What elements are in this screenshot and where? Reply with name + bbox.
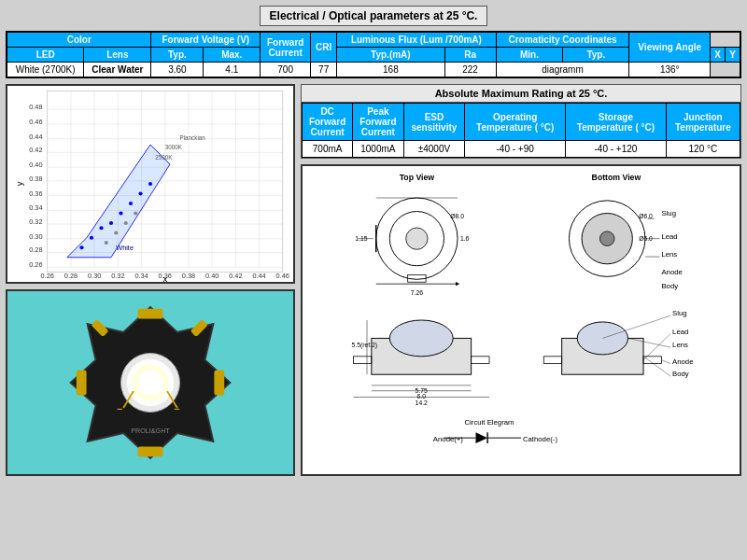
svg-text:−: −	[117, 403, 122, 414]
svg-text:PROLI&GHT: PROLI&GHT	[131, 427, 170, 435]
svg-text:0.48: 0.48	[29, 103, 42, 111]
svg-text:Lead: Lead	[661, 232, 677, 241]
sub-vmax: Max.	[204, 48, 261, 63]
svg-text:1.6: 1.6	[460, 235, 470, 242]
cell-cri: 77	[311, 63, 337, 78]
led-star-svg: − − PROLI&GHT	[66, 299, 234, 467]
col-voltage: Forward Voltage (V)	[151, 32, 261, 48]
val-dc-forward: 700mA	[303, 141, 353, 158]
th-operating: OperatingTemperature ( °C)	[465, 104, 566, 141]
chart-area: 0.26 0.28 0.30 0.32 0.34 0.36 0.38 0.40 …	[6, 84, 295, 284]
svg-point-87	[406, 228, 428, 249]
cell-led: White (2700K)	[7, 63, 84, 78]
svg-rect-70	[214, 371, 224, 396]
svg-text:White: White	[116, 244, 134, 252]
led-image-area: − − PROLI&GHT	[6, 289, 295, 476]
left-panel: 0.26 0.28 0.30 0.32 0.34 0.36 0.38 0.40 …	[6, 84, 295, 476]
col-current: ForwardCurrent	[261, 32, 311, 63]
svg-point-54	[138, 191, 142, 195]
cell-vmax: 4.1	[204, 63, 261, 78]
main-container: Electrical / Optical parameters at 25 °C…	[0, 0, 747, 560]
svg-text:0.28: 0.28	[29, 246, 42, 255]
diagram-area: Top View Bottom View	[301, 164, 741, 476]
sub-fmin: Min.	[496, 48, 563, 63]
svg-text:5.5(ref.2): 5.5(ref.2)	[352, 342, 378, 349]
svg-text:1.15: 1.15	[355, 235, 367, 242]
cell-diagramm: diagramm	[496, 63, 629, 78]
th-dc-forward: DCForwardCurrent	[303, 104, 353, 141]
svg-text:0.46: 0.46	[29, 118, 42, 126]
svg-point-48	[79, 245, 83, 249]
svg-text:0.34: 0.34	[134, 272, 148, 280]
svg-text:0.40: 0.40	[205, 272, 218, 280]
th-peak-forward: PeakForwardCurrent	[353, 104, 403, 141]
svg-text:0.44: 0.44	[29, 133, 42, 141]
abs-max-box: Absolute Maximum Rating at 25 °C. DCForw…	[301, 84, 741, 159]
svg-text:Circuit Elegram: Circuit Elegram	[465, 418, 514, 427]
svg-text:x: x	[162, 273, 167, 282]
svg-text:2500K: 2500K	[155, 154, 173, 161]
sub-vtyp: Typ.	[151, 48, 204, 63]
svg-text:Body: Body	[661, 282, 678, 290]
svg-point-50	[99, 226, 103, 230]
svg-text:Slug: Slug	[661, 209, 676, 217]
sub-ra: Ra	[444, 48, 496, 63]
svg-point-52	[119, 211, 122, 215]
val-junction-temp: 120 °C	[666, 141, 740, 158]
cell-lens: Clear Water	[84, 63, 151, 78]
svg-text:Top View: Top View	[400, 173, 435, 182]
svg-text:0.42: 0.42	[29, 146, 42, 154]
abs-max-title: Absolute Maximum Rating at 25 °C.	[302, 85, 740, 103]
svg-text:Ø5.0: Ø5.0	[639, 235, 653, 242]
svg-rect-67	[138, 309, 163, 319]
sub-led: LED	[7, 48, 84, 63]
svg-text:0.30: 0.30	[88, 272, 101, 280]
svg-text:0.32: 0.32	[111, 272, 124, 280]
svg-text:Slug: Slug	[672, 309, 687, 317]
svg-point-99	[599, 231, 614, 246]
th-storage: StorageTemperature ( °C)	[566, 104, 667, 141]
svg-text:Body: Body	[672, 370, 689, 378]
params-table: Color Forward Voltage (V) ForwardCurrent…	[6, 31, 741, 78]
svg-text:−: −	[174, 403, 179, 414]
sub-lens: Lens	[84, 48, 151, 63]
svg-text:0.46: 0.46	[276, 272, 289, 280]
right-panel: Absolute Maximum Rating at 25 °C. DCForw…	[301, 84, 741, 476]
svg-point-58	[124, 221, 128, 225]
val-peak-forward: 1000mA	[353, 141, 403, 158]
svg-text:0.26: 0.26	[29, 260, 42, 269]
svg-text:0.40: 0.40	[29, 161, 42, 169]
cell-ftyp: 222	[444, 63, 496, 78]
svg-text:Ø8.0: Ø8.0	[450, 213, 464, 219]
svg-text:0.30: 0.30	[29, 232, 42, 241]
sub-cur: Typ.(mA)	[337, 48, 444, 63]
svg-point-57	[114, 231, 118, 234]
val-operating-temp: -40 - +90	[465, 141, 566, 158]
svg-point-51	[109, 221, 113, 225]
svg-point-111	[389, 320, 453, 357]
svg-text:0.36: 0.36	[29, 189, 42, 198]
abs-max-table: DCForwardCurrent PeakForwardCurrent ESDs…	[302, 103, 740, 158]
cell-angle: 136°	[629, 63, 711, 78]
sub-y: Y	[725, 48, 740, 63]
svg-text:0.38: 0.38	[29, 175, 42, 183]
svg-text:0.42: 0.42	[229, 272, 242, 280]
svg-point-49	[90, 236, 93, 240]
chromaticity-chart: 0.26 0.28 0.30 0.32 0.34 0.36 0.38 0.40 …	[7, 86, 293, 282]
sub-x: X	[711, 48, 726, 63]
svg-text:0.38: 0.38	[182, 272, 195, 280]
sub-ftyp: Typ.	[563, 48, 629, 63]
svg-text:0.44: 0.44	[252, 272, 265, 280]
svg-text:Anode: Anode	[661, 268, 682, 276]
svg-text:Lead: Lead	[672, 328, 688, 336]
cell-vtyp: 3.60	[151, 63, 204, 78]
svg-point-55	[148, 182, 152, 186]
svg-rect-69	[77, 371, 87, 396]
lower-section: 0.26 0.28 0.30 0.32 0.34 0.36 0.38 0.40 …	[6, 84, 741, 476]
col-cri: CRI	[311, 32, 337, 63]
svg-text:7.26: 7.26	[411, 289, 423, 296]
col-flux: Luminous Flux (Lum /700mA)	[337, 32, 496, 48]
svg-text:0.28: 0.28	[64, 272, 78, 280]
cell-fmin: 168	[337, 63, 444, 78]
svg-point-59	[134, 211, 137, 215]
